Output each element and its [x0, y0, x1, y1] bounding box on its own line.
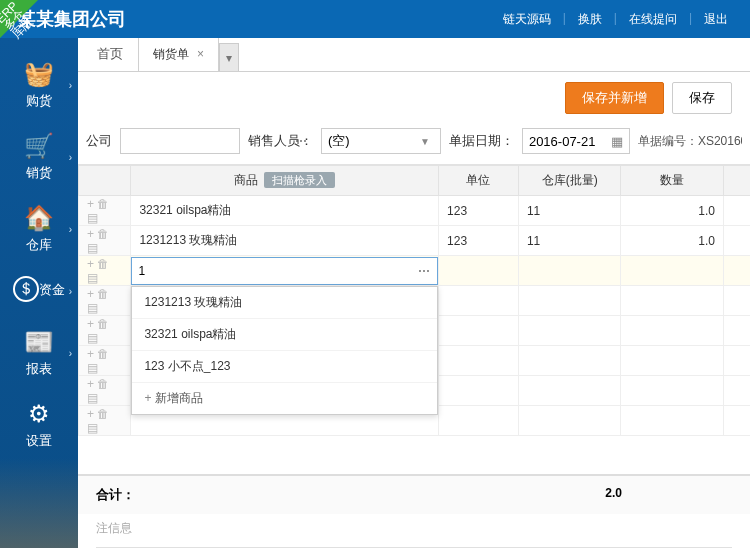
sidebar-item-report[interactable]: 📰报表›: [0, 328, 78, 378]
col-qty: 数量: [621, 166, 724, 196]
dropdown-add-product[interactable]: 新增商品: [132, 383, 437, 414]
price-cell[interactable]: 128.0: [724, 196, 751, 226]
app-title: 某某集团公司: [18, 7, 499, 31]
add-row-icon[interactable]: +: [87, 197, 97, 211]
company-label: 公司: [86, 132, 112, 150]
drag-row-icon[interactable]: ▤: [87, 211, 101, 225]
sidebar-item-purchase[interactable]: 🧺购货›: [0, 60, 78, 110]
table-row-editing[interactable]: +🗑▤ ⋯ 1231213 玫瑰精油 32321 oilspa精油 123 小不…: [79, 256, 751, 286]
link-logout[interactable]: 退出: [700, 11, 732, 28]
warehouse-cell[interactable]: 11: [518, 196, 621, 226]
scan-button[interactable]: 扫描枪录入: [264, 172, 335, 188]
unit-cell[interactable]: 123: [439, 226, 519, 256]
warehouse-icon: 🏠: [0, 204, 78, 232]
link-source[interactable]: 链天源码: [499, 11, 555, 28]
col-product: 商品扫描枪录入: [131, 166, 439, 196]
sales-input[interactable]: [328, 129, 416, 153]
drag-row-icon[interactable]: ▤: [87, 241, 101, 255]
product-search-input[interactable]: [138, 264, 418, 278]
dropdown-option[interactable]: 123 小不点_123: [132, 351, 437, 383]
qty-cell[interactable]: 1.0: [621, 196, 724, 226]
tab-dropdown[interactable]: ▾: [219, 43, 239, 71]
chevron-right-icon: ›: [69, 224, 72, 235]
date-picker[interactable]: ▦: [522, 128, 630, 154]
add-row-icon[interactable]: +: [87, 227, 97, 241]
product-dropdown: 1231213 玫瑰精油 32321 oilspa精油 123 小不点_123 …: [131, 286, 438, 415]
tab-sales-order[interactable]: 销货单×: [138, 38, 219, 71]
calendar-icon[interactable]: ▦: [611, 134, 623, 149]
sidebar: 🧺购货› 🛒销货› 🏠仓库› ＄资金› 📰报表› ⚙设置: [0, 38, 78, 548]
dropdown-option[interactable]: 32321 oilspa精油: [132, 319, 437, 351]
table-row[interactable]: +🗑▤ 32321 oilspa精油 123 11 1.0 128.0: [79, 196, 751, 226]
note-label: 注信息: [78, 514, 750, 543]
cart-icon: 🛒: [0, 132, 78, 160]
salesperson-select[interactable]: ▼: [321, 128, 441, 154]
product-search-cell[interactable]: ⋯ 1231213 玫瑰精油 32321 oilspa精油 123 小不点_12…: [131, 256, 439, 286]
unit-cell[interactable]: 123: [439, 196, 519, 226]
price-cell[interactable]: 88.0: [724, 226, 751, 256]
totals-label: 合计：: [96, 486, 156, 504]
col-warehouse[interactable]: 仓库(批量): [518, 166, 621, 196]
product-cell[interactable]: 32321 oilspa精油: [131, 196, 439, 226]
col-unit: 单位: [439, 166, 519, 196]
chevron-right-icon: ›: [69, 348, 72, 359]
app-header: 某某集团公司 链天源码| 换肤| 在线提问| 退出: [0, 0, 750, 38]
qty-cell[interactable]: 1.0: [621, 226, 724, 256]
basket-icon: 🧺: [0, 60, 78, 88]
dropdown-option[interactable]: 1231213 玫瑰精油: [132, 287, 437, 319]
close-icon[interactable]: ×: [197, 47, 204, 61]
ellipsis-icon[interactable]: ⋯: [418, 264, 431, 278]
chevron-right-icon: ›: [69, 286, 72, 297]
totals-qty: 2.0: [156, 486, 732, 504]
product-cell[interactable]: 1231213 玫瑰精油: [131, 226, 439, 256]
sidebar-item-sales[interactable]: 🛒销货›: [0, 132, 78, 182]
gear-icon: ⚙: [0, 400, 78, 428]
save-and-new-button[interactable]: 保存并新增: [565, 82, 664, 114]
report-icon: 📰: [0, 328, 78, 356]
col-price: 销售单价: [724, 166, 751, 196]
company-picker[interactable]: ⋯: [120, 128, 240, 154]
totals-row: 合计： 2.0: [78, 474, 750, 514]
sidebar-item-settings[interactable]: ⚙设置: [0, 400, 78, 450]
chevron-right-icon: ›: [69, 152, 72, 163]
tab-bar: 首页 销货单× ▾: [78, 38, 750, 72]
delete-row-icon[interactable]: 🗑: [97, 227, 112, 241]
sidebar-item-warehouse[interactable]: 🏠仓库›: [0, 204, 78, 254]
delete-row-icon[interactable]: 🗑: [97, 257, 112, 271]
drag-row-icon[interactable]: ▤: [87, 271, 101, 285]
delete-row-icon[interactable]: 🗑: [97, 197, 112, 211]
table-row[interactable]: +🗑▤ 1231213 玫瑰精油 123 11 1.0 88.0: [79, 226, 751, 256]
tab-home[interactable]: 首页: [82, 38, 138, 71]
warehouse-cell[interactable]: 11: [518, 226, 621, 256]
dollar-icon: ＄: [13, 276, 39, 302]
chevron-right-icon: ›: [69, 80, 72, 91]
doc-number: 单据编号：XS2016072114: [638, 133, 742, 150]
sales-label: 销售人员：: [248, 132, 313, 150]
chevron-down-icon[interactable]: ▼: [416, 136, 434, 147]
link-skin[interactable]: 换肤: [574, 11, 606, 28]
save-button[interactable]: 保存: [672, 82, 732, 114]
date-input[interactable]: [529, 129, 611, 153]
add-row-icon[interactable]: +: [87, 257, 97, 271]
link-ask[interactable]: 在线提问: [625, 11, 681, 28]
sidebar-item-finance[interactable]: ＄资金›: [0, 276, 78, 306]
order-table: 商品扫描枪录入 单位 仓库(批量) 数量 销售单价 +🗑▤ 32321 oils…: [78, 165, 750, 436]
date-label: 单据日期：: [449, 132, 514, 150]
